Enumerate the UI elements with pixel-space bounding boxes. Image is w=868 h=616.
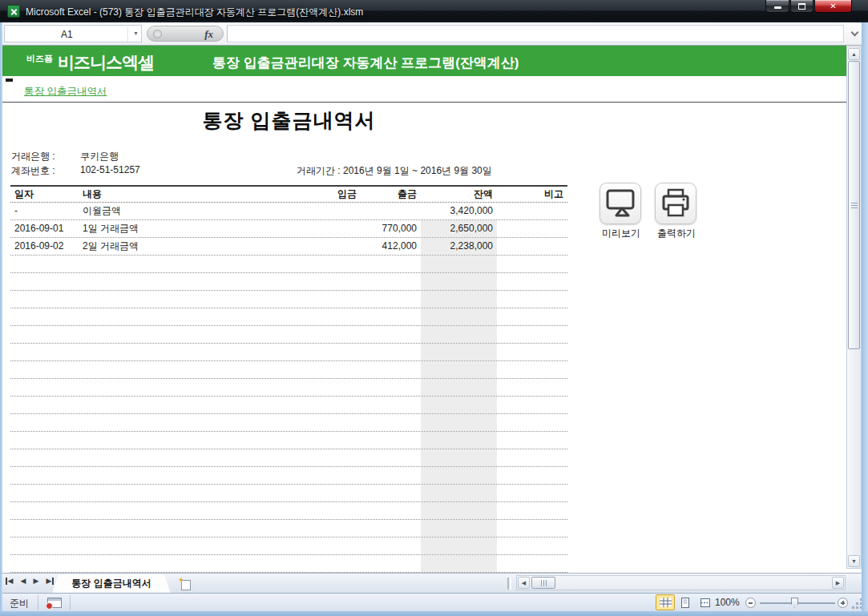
table-row-empty[interactable]: [10, 344, 567, 361]
next-sheet-icon[interactable]: ▶: [31, 577, 41, 585]
cell-balance[interactable]: 2,238,000: [421, 238, 497, 255]
scroll-right-icon[interactable]: ▶: [832, 577, 844, 589]
cell-desc[interactable]: 2일 거래금액: [79, 238, 315, 255]
table-row-empty[interactable]: [10, 485, 567, 502]
scroll-left-icon[interactable]: ◀: [518, 577, 530, 589]
sheet-nav-link[interactable]: 통장 입출금내역서: [24, 85, 107, 99]
name-box-value: A1: [61, 29, 73, 40]
cell-balance[interactable]: 2,650,000: [421, 220, 497, 237]
table-row-empty[interactable]: [10, 520, 567, 537]
header-deposit[interactable]: 입금: [315, 187, 361, 202]
bank-value[interactable]: 쿠키은행: [80, 150, 119, 163]
table-row-empty[interactable]: [10, 432, 567, 449]
cell-note[interactable]: [497, 220, 567, 237]
table-row-empty[interactable]: [10, 273, 567, 291]
vertical-scrollbar[interactable]: ▲ ▼: [846, 46, 862, 569]
cell-note[interactable]: [497, 203, 567, 219]
print-label: 출력하기: [655, 227, 698, 240]
table-row-empty[interactable]: [10, 291, 567, 308]
cell-withdraw[interactable]: [361, 203, 421, 219]
scroll-down-icon[interactable]: ▼: [848, 555, 860, 567]
name-box[interactable]: A1 ▼: [4, 25, 142, 42]
window-border-right: [862, 22, 868, 616]
cell-date[interactable]: -: [10, 203, 79, 219]
excel-app-icon[interactable]: [7, 5, 20, 18]
cell-balance[interactable]: 3,420,000: [421, 203, 497, 219]
page-layout-view-button[interactable]: [676, 594, 695, 610]
cell-date[interactable]: 2016-09-02: [10, 238, 79, 255]
table-row-empty[interactable]: [10, 361, 567, 379]
previous-sheet-icon[interactable]: ◀: [18, 577, 28, 585]
cell-marker: [6, 79, 13, 82]
record-macro-icon[interactable]: [47, 598, 62, 608]
horizontal-scroll-thumb[interactable]: [531, 577, 555, 589]
cell-desc[interactable]: 이월금액: [79, 203, 315, 219]
period-text[interactable]: 거래기간 : 2016년 9월 1일 ~ 2016년 9월 30일: [297, 164, 492, 178]
header-note[interactable]: 비고: [497, 187, 567, 202]
table-row-empty[interactable]: [10, 414, 567, 432]
cell-withdraw[interactable]: 412,000: [361, 238, 421, 255]
expand-formula-bar-button[interactable]: [846, 26, 863, 41]
cell-deposit[interactable]: [315, 238, 361, 255]
table-row[interactable]: - 이월금액 3,420,000: [10, 203, 567, 220]
tab-splitter-handle[interactable]: [507, 578, 511, 590]
table-row-empty[interactable]: [10, 502, 567, 520]
window-resize-grip[interactable]: [851, 598, 862, 609]
cell-date[interactable]: 2016-09-01: [10, 220, 79, 237]
table-row-empty[interactable]: [10, 326, 567, 344]
minimize-button[interactable]: [765, 0, 789, 13]
table-row-empty[interactable]: [10, 256, 567, 273]
chevron-down-icon: [850, 28, 858, 36]
worksheet[interactable]: 통장 입출금내역서 통장 입출금내역서 거래은행 : 쿠키은행 계좌번호 : 1…: [2, 76, 846, 573]
table-row-empty[interactable]: [10, 555, 567, 573]
empty-rows: [10, 256, 567, 573]
name-box-dropdown-icon[interactable]: ▼: [133, 30, 139, 36]
document-title[interactable]: 통장 입출금내역서: [10, 107, 567, 134]
zoom-out-icon[interactable]: [745, 598, 756, 608]
table-row-empty[interactable]: [10, 308, 567, 326]
minimize-icon: [774, 6, 781, 9]
cell-deposit[interactable]: [315, 203, 361, 219]
zoom-in-icon[interactable]: [838, 598, 848, 608]
table-row-empty[interactable]: [10, 449, 567, 467]
table-row[interactable]: 2016-09-01 1일 거래금액 770,000 2,650,000: [10, 220, 567, 238]
vertical-scroll-thumb[interactable]: [848, 61, 860, 349]
header-desc[interactable]: 내용: [79, 187, 315, 202]
cell-note[interactable]: [497, 238, 567, 255]
account-value[interactable]: 102-51-51257: [80, 164, 140, 175]
normal-view-button[interactable]: [656, 594, 675, 610]
insert-worksheet-button[interactable]: ✦: [172, 576, 200, 594]
status-mode: 준비: [10, 597, 29, 610]
zoom-slider-handle[interactable]: [791, 598, 798, 608]
first-sheet-icon[interactable]: ◀: [6, 577, 15, 585]
header-withdraw[interactable]: 출금: [361, 187, 421, 202]
scroll-up-icon[interactable]: ▲: [848, 48, 860, 60]
table-row-empty[interactable]: [10, 537, 567, 555]
account-label[interactable]: 계좌번호 :: [11, 164, 55, 178]
tab-navigation: ◀ ◀ ▶ ▶: [6, 577, 54, 585]
table-row-empty[interactable]: [10, 467, 567, 485]
restore-button[interactable]: [790, 0, 813, 13]
formula-input[interactable]: [227, 25, 844, 42]
cell-deposit[interactable]: [315, 220, 361, 237]
zoom-level[interactable]: 100%: [715, 597, 740, 608]
collapse-dot-icon: [153, 30, 162, 38]
table-row-empty[interactable]: [10, 397, 567, 414]
table-row-empty[interactable]: [10, 379, 567, 397]
preview-button[interactable]: 미리보기: [600, 183, 643, 240]
header-date[interactable]: 일자: [10, 187, 79, 202]
status-bar: 준비 100%: [2, 593, 866, 611]
fx-icon[interactable]: fx: [204, 28, 213, 41]
bank-label[interactable]: 거래은행 :: [11, 150, 55, 163]
page-break-view-button[interactable]: [696, 594, 715, 610]
horizontal-scrollbar[interactable]: ◀ ▶: [516, 575, 846, 590]
print-button[interactable]: 출력하기: [655, 183, 698, 240]
header-balance[interactable]: 잔액: [421, 187, 497, 202]
last-sheet-icon[interactable]: ▶: [44, 577, 54, 585]
table-row[interactable]: 2016-09-02 2일 거래금액 412,000 2,238,000: [10, 238, 567, 256]
ledger-table: 일자 내용 입금 출금 잔액 비고 - 이월금액 3,420,000 2016-…: [10, 185, 567, 573]
cell-withdraw[interactable]: 770,000: [361, 220, 421, 237]
cell-desc[interactable]: 1일 거래금액: [79, 220, 315, 237]
close-button[interactable]: ✕: [814, 0, 852, 13]
sheet-tab-active[interactable]: 통장 입출금내역서: [52, 574, 171, 594]
